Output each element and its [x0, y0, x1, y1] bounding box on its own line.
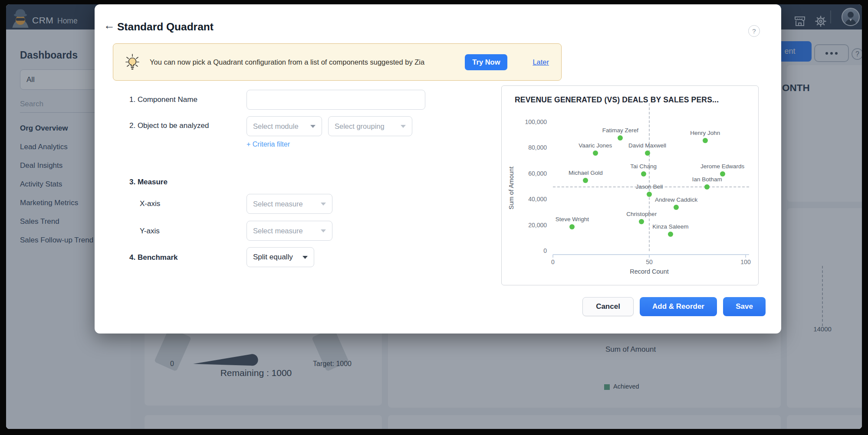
scatter-point-label: Kinza Saleem	[652, 223, 688, 230]
scatter-point-label: Jason Bell	[636, 183, 663, 190]
object-analyzed-label: 2. Object to be analyzed	[129, 121, 209, 130]
scatter-point[interactable]	[647, 192, 652, 197]
chevron-down-icon	[321, 203, 326, 206]
y-tick-label: 20,000	[510, 222, 547, 229]
y-tick-label: 0	[510, 247, 547, 254]
benchmark-label: 4. Benchmark	[129, 253, 178, 262]
try-now-button[interactable]: Try Now	[465, 54, 507, 70]
scatter-point-label: Michael Gold	[569, 170, 603, 176]
save-button[interactable]: Save	[723, 297, 766, 316]
banner-message: You can now pick a Quadrant configuratio…	[150, 58, 424, 66]
scatter-point-label: Vaaric Jones	[579, 142, 612, 149]
scatter-point-label: Jerome Edwards	[700, 163, 744, 170]
x-axis-label: X-axis	[140, 200, 160, 208]
component-name-label: 1. Component Name	[129, 95, 197, 104]
x-tick-label: 0	[540, 258, 566, 265]
scatter-point[interactable]	[645, 150, 650, 156]
component-name-input[interactable]	[247, 90, 425, 110]
lightbulb-icon	[125, 52, 140, 72]
x-axis-measure-dropdown[interactable]: Select measure	[247, 194, 332, 214]
y-axis-placeholder: Select measure	[253, 227, 303, 235]
scatter-point[interactable]	[674, 205, 679, 210]
select-grouping-placeholder: Select grouping	[335, 122, 385, 131]
x-tick-label: 100	[733, 258, 759, 265]
scatter-point[interactable]	[668, 232, 673, 237]
standard-quadrant-modal: ← Standard Quadrant ? You can now p	[95, 4, 781, 334]
scatter-point-label: Andrew Caddick	[655, 196, 697, 203]
scatter-point-label: Henry John	[690, 130, 720, 136]
modal-title: Standard Quadrant	[117, 21, 214, 33]
scatter-point-label: Steve Wright	[556, 216, 589, 222]
y-axis-label: Y-axis	[140, 227, 160, 235]
scatter-point-label: David Maxwell	[628, 142, 666, 149]
chevron-down-icon	[321, 229, 326, 232]
x-tick-label: 50	[636, 258, 662, 265]
select-grouping-dropdown[interactable]: Select grouping	[328, 116, 412, 136]
chevron-down-icon	[401, 125, 406, 128]
benchmark-vertical-line	[649, 103, 650, 251]
chart-x-axis-line	[553, 254, 749, 255]
chevron-down-icon	[302, 256, 308, 259]
scatter-point-label: Fatimay Zeref	[602, 127, 638, 134]
back-arrow-icon[interactable]: ←	[102, 18, 116, 32]
scatter-point[interactable]	[703, 138, 708, 143]
later-link[interactable]: Later	[533, 58, 549, 66]
modal-help-icon[interactable]: ?	[748, 25, 760, 37]
x-tick-mark	[745, 255, 746, 258]
y-tick-label: 100,000	[510, 118, 547, 125]
scatter-point-label: Ian Botham	[692, 176, 722, 183]
quadrant-preview-panel: REVENUE GENERATED (VS) DEALS BY SALES PE…	[501, 85, 759, 285]
scatter-point[interactable]	[593, 150, 598, 156]
scatter-point[interactable]	[583, 178, 588, 183]
scatter-point-label: Tai Chang	[630, 163, 657, 170]
cancel-button[interactable]: Cancel	[582, 297, 634, 316]
x-tick-mark	[649, 255, 650, 258]
chevron-down-icon	[310, 125, 316, 128]
select-module-dropdown[interactable]: Select module	[247, 116, 322, 136]
scatter-point[interactable]	[618, 135, 623, 141]
x-axis-placeholder: Select measure	[253, 200, 303, 208]
y-tick-label: 60,000	[510, 170, 547, 177]
zia-suggestion-banner: You can now pick a Quadrant configuratio…	[113, 43, 562, 81]
scatter-point[interactable]	[569, 224, 575, 229]
scatter-point[interactable]	[639, 219, 644, 224]
x-tick-mark	[552, 255, 553, 258]
benchmark-value: Split equally	[253, 253, 293, 262]
criteria-filter-link[interactable]: + Criteria filter	[247, 141, 290, 148]
chart-y-axis-title: Sum of Amount	[508, 142, 516, 233]
app-screen: CRM Home	[6, 4, 862, 429]
scatter-point[interactable]	[704, 184, 710, 190]
scatter-point[interactable]	[641, 171, 646, 177]
chart-x-axis-title: Record Count	[606, 268, 693, 275]
add-reorder-button[interactable]: Add & Reorder	[640, 297, 717, 316]
y-axis-measure-dropdown[interactable]: Select measure	[247, 221, 332, 241]
y-tick-label: 80,000	[510, 144, 547, 151]
measure-label: 3. Measure	[129, 178, 168, 186]
scatter-point-label: Christopher	[626, 211, 657, 217]
benchmark-dropdown[interactable]: Split equally	[247, 247, 314, 267]
chart-title: REVENUE GENERATED (VS) DEALS BY SALES PE…	[515, 95, 719, 105]
y-tick-label: 40,000	[510, 196, 547, 203]
select-module-placeholder: Select module	[253, 122, 299, 131]
